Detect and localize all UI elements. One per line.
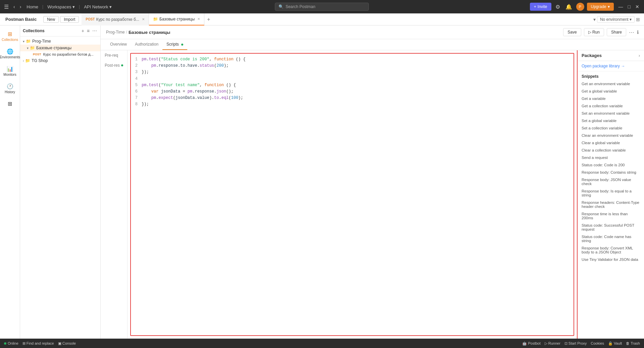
monitors-icon: 📊 xyxy=(7,66,13,72)
close-button[interactable]: ✕ xyxy=(633,3,641,11)
console-button[interactable]: ▣ Console xyxy=(58,341,76,346)
post-res-item[interactable]: Post-res xyxy=(101,60,127,70)
tab-actions: ▾ No environment ▾ ⊞ xyxy=(591,16,643,23)
environment-select[interactable]: No environment ▾ xyxy=(597,16,635,23)
snippet-item-13[interactable]: Response body: JSON value check xyxy=(578,176,644,187)
snippet-item-14[interactable]: Response body: Is equal to a string xyxy=(578,187,644,199)
maximize-button[interactable]: □ xyxy=(626,3,633,11)
tab-post[interactable]: POST Курс по разработке б... ✕ xyxy=(82,13,149,25)
online-status[interactable]: Online xyxy=(4,341,18,345)
tree-item-tgshop[interactable]: › 📁 TG Shop xyxy=(20,57,100,64)
more-collection-button[interactable]: ⋯ xyxy=(92,27,98,34)
snippet-item-1[interactable]: Get a global variable xyxy=(578,88,644,95)
nav-back-button[interactable]: ‹ xyxy=(12,3,16,11)
snippet-item-12[interactable]: Response body: Contains string xyxy=(578,169,644,176)
avatar-button[interactable]: P xyxy=(576,3,584,11)
info-button[interactable]: ℹ xyxy=(637,30,639,35)
trash-button[interactable]: 🗑 Trash xyxy=(626,341,640,345)
start-proxy-button[interactable]: ⊡ Start Proxy xyxy=(564,341,587,346)
snippet-item-4[interactable]: Set an environment variable xyxy=(578,110,644,117)
notification-button[interactable]: 🔔 xyxy=(564,2,574,11)
history-icon: 🕐 xyxy=(7,83,13,90)
dropdown-button[interactable]: ▾ xyxy=(593,17,596,22)
sidebar-label-monitors: Monitors xyxy=(3,73,16,76)
search-bar[interactable]: 🔍 Search Postman xyxy=(275,3,369,11)
code-line-4: 4 xyxy=(131,76,574,82)
add-collection-button[interactable]: + xyxy=(81,27,85,34)
api-network-link[interactable]: API Network ▾ xyxy=(82,4,114,9)
sidebar-item-monitors[interactable]: 📊 Monitors xyxy=(1,63,19,79)
snippet-item-11[interactable]: Status code: Code is 200 xyxy=(578,161,644,169)
run-button[interactable]: ▷ Run xyxy=(584,28,604,36)
tab-bazovye[interactable]: 📁 Базовые страницы ✕ xyxy=(149,13,204,25)
hamburger-button[interactable]: ☰ xyxy=(3,2,10,11)
snippet-item-8[interactable]: Clear a global variable xyxy=(578,139,644,147)
minimize-button[interactable]: — xyxy=(616,3,625,11)
open-package-library-link[interactable]: Open package library → xyxy=(578,61,644,71)
view-layout-button[interactable]: ⊞ xyxy=(636,17,640,22)
snippet-item-9[interactable]: Clear a collection variable xyxy=(578,147,644,154)
code-editor[interactable]: 1 pm.test("Status code is 200", function… xyxy=(130,53,574,336)
snippet-item-6[interactable]: Set a collection variable xyxy=(578,124,644,132)
upgrade-button[interactable]: Upgrade ▾ xyxy=(587,3,614,11)
sidebar-item-collections[interactable]: ⊞ Collections xyxy=(1,28,19,44)
tab-close-post[interactable]: ✕ xyxy=(142,17,145,21)
vault-button[interactable]: 🔒 Vault xyxy=(608,341,622,346)
tab-authorization[interactable]: Authorization xyxy=(131,39,162,50)
home-link[interactable]: Home xyxy=(24,4,40,9)
scripts-dot xyxy=(181,44,183,46)
more-actions-button[interactable]: ⋯ xyxy=(629,29,634,36)
new-button[interactable]: New xyxy=(43,16,59,23)
sidebar-item-environments[interactable]: 🌐 Environments xyxy=(1,46,19,62)
tree-item-kurs[interactable]: POST Курс по разработке ботов д... xyxy=(20,51,100,57)
panel-collapse-button[interactable]: › xyxy=(639,53,640,58)
sidebar-item-history[interactable]: 🕐 History xyxy=(1,80,19,97)
breadcrumb-current: Базовые страницы xyxy=(129,30,170,35)
snippet-item-15[interactable]: Response headers: Content-Type header ch… xyxy=(578,199,644,210)
tab-close-bazovye[interactable]: ✕ xyxy=(197,17,200,21)
breadcrumb-parent[interactable]: Prog-Time xyxy=(106,30,125,35)
postbot-button[interactable]: 🤖 Postbot xyxy=(522,341,540,346)
right-panel-header: Packages › xyxy=(578,50,644,61)
tab-overview[interactable]: Overview xyxy=(106,39,131,50)
find-replace-button[interactable]: ⊞ Find and replace xyxy=(22,341,54,346)
import-button[interactable]: Import xyxy=(60,16,79,23)
snippet-item-17[interactable]: Status code: Successful POST request xyxy=(578,222,644,233)
snippet-item-7[interactable]: Clear an environment variable xyxy=(578,132,644,139)
snippet-list: Get an environment variable Get a global… xyxy=(578,80,644,339)
snippet-item-18[interactable]: Status code: Code name has string xyxy=(578,233,644,244)
code-line-1: 1 pm.test("Status code is 200", function… xyxy=(131,56,574,63)
workspaces-link[interactable]: Workspaces ▾ xyxy=(45,4,77,9)
app-title: Postman Basic xyxy=(1,17,41,22)
cookies-button[interactable]: Cookies xyxy=(591,341,604,345)
snippet-item-0[interactable]: Get an environment variable xyxy=(578,80,644,88)
search-icon: 🔍 xyxy=(279,4,284,9)
snippet-item-20[interactable]: Use Tiny Validator for JSON data xyxy=(578,256,644,263)
folder-icon: 📁 xyxy=(26,39,31,44)
invite-button[interactable]: + Invite xyxy=(530,3,551,11)
pre-req-item[interactable]: Pre-req xyxy=(101,50,127,60)
method-post-badge: POST xyxy=(32,52,42,56)
runner-button[interactable]: ▷ Runner xyxy=(545,341,560,346)
settings-button[interactable]: ⚙ xyxy=(554,2,561,11)
snippet-item-19[interactable]: Response body: Convert XML body to a JSO… xyxy=(578,244,644,256)
content-area: Prog-Time / Базовые страницы Save ▷ Run … xyxy=(101,25,644,339)
tree-item-bazovye[interactable]: ▾ 📁 Базовые страницы xyxy=(20,45,100,51)
tab-scripts[interactable]: Scripts xyxy=(162,39,187,50)
snippet-item-3[interactable]: Get a collection variable xyxy=(578,102,644,110)
code-line-8: 8 }); xyxy=(131,101,574,108)
left-panel-header: Collections + ≡ ⋯ xyxy=(20,25,100,37)
add-tab-button[interactable]: + xyxy=(204,16,213,22)
snippet-item-2[interactable]: Get a variable xyxy=(578,95,644,102)
snippet-item-16[interactable]: Response time is less than 200ms xyxy=(578,210,644,222)
share-button[interactable]: Share xyxy=(607,28,626,36)
search-placeholder: Search Postman xyxy=(286,4,315,9)
panel-title: Collections xyxy=(23,28,80,33)
snippet-item-10[interactable]: Send a request xyxy=(578,154,644,161)
sidebar-item-extra[interactable]: ⊞ xyxy=(1,98,19,110)
sort-collection-button[interactable]: ≡ xyxy=(86,27,90,34)
snippet-item-5[interactable]: Set a global variable xyxy=(578,117,644,124)
save-button[interactable]: Save xyxy=(563,28,581,36)
nav-forward-button[interactable]: › xyxy=(18,3,23,11)
tree-item-progtime[interactable]: ▾ 📁 Prog-Time xyxy=(20,38,100,45)
